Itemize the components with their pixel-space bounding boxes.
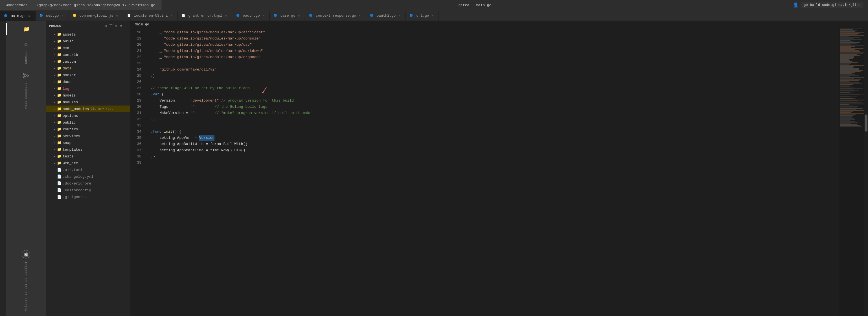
activity-item-pull-requests[interactable]: Pull Requests: [6, 67, 46, 110]
folder-arrow-data: ▸: [53, 66, 57, 70]
sidebar-item-tests[interactable]: ▸📁tests: [46, 153, 130, 160]
sidebar-item-contrib[interactable]: ▸📁contrib: [46, 51, 130, 58]
tab-close-locale_en-US.ini[interactable]: ✕: [169, 14, 174, 18]
title-right: 👤 go build code.gitea.io/gitea: [788, 2, 868, 8]
tab-label-web.go: web.go: [46, 14, 59, 18]
sidebar-item-custom[interactable]: ▸📁custom: [46, 58, 130, 65]
folder-label-routers: routers: [63, 127, 78, 131]
folder-icon-web_src: 📁: [57, 161, 62, 165]
sidebar-item-editorconfig[interactable]: 📄.editorconfig: [46, 187, 130, 194]
settings-icon[interactable]: ⚙: [120, 24, 122, 29]
arrow-annotation: [258, 86, 269, 97]
activity-item-commit[interactable]: Commit: [6, 36, 46, 66]
tab-base.go[interactable]: 🔵base.go✕: [270, 11, 305, 21]
tab-close-oauth.go[interactable]: ✕: [261, 14, 266, 18]
fold-arrow-28[interactable]: ⌄: [151, 91, 152, 98]
code-line-18: _ "code.gitea.io/gitea/modules/markup/as…: [151, 29, 839, 36]
user-icon[interactable]: 👤: [793, 2, 799, 8]
sidebar-item-public[interactable]: ▸📁public: [46, 119, 130, 126]
collapse-all-icon[interactable]: ☰: [109, 24, 113, 29]
editor-scrollbar[interactable]: [864, 28, 868, 316]
code-content[interactable]: _ "code.gitea.io/gitea/modules/markup/as…: [145, 28, 839, 316]
line-number-36: 36: [130, 141, 142, 147]
tab-close-common-global.js[interactable]: ✕: [115, 14, 119, 18]
sidebar-item-log[interactable]: ▸📁log: [46, 85, 130, 92]
line-number-35: 35: [130, 135, 142, 141]
code-token: func: [153, 129, 161, 135]
code-token: [151, 67, 159, 73]
sidebar-item-air.toml[interactable]: 📄.air.toml: [46, 166, 130, 173]
sidebar-item-docker[interactable]: ▸📁docker: [46, 72, 130, 78]
tab-main.go[interactable]: 🔵main.go✕: [0, 11, 36, 21]
code-line-33: [151, 122, 839, 129]
folder-icon-contrib: 📁: [57, 53, 62, 57]
folder-icon-modules: 📁: [57, 100, 62, 104]
tab-icon-common-global.js: 🟡: [73, 14, 77, 18]
sidebar-item-services[interactable]: ▸📁services: [46, 133, 130, 139]
sidebar-item-cmd[interactable]: ▸📁cmd: [46, 44, 130, 51]
code-line-28: ⌄var (: [151, 91, 839, 98]
tab-locale_en-US.ini[interactable]: 📄locale_en-US.ini✕: [123, 11, 178, 21]
tab-close-main.go[interactable]: ✕: [27, 14, 31, 18]
sidebar-item-snap[interactable]: ▸📁snap: [46, 139, 130, 146]
tab-common-global.js[interactable]: 🟡common-global.js✕: [69, 11, 123, 21]
tab-close-context_response.go[interactable]: ✕: [358, 14, 362, 18]
sidebar-item-gitignore[interactable]: 📄.gitignore...: [46, 194, 130, 200]
code-token: ): [153, 116, 155, 122]
folder-label-public: public: [63, 121, 76, 125]
tab-close-oauth2.go[interactable]: ✕: [397, 14, 401, 18]
line-number-32: 32: [130, 116, 142, 122]
tab-url.go[interactable]: 🔵url.go✕: [405, 11, 439, 21]
fold-arrow-38[interactable]: ⌄: [151, 154, 152, 160]
tab-oauth.go[interactable]: 🔵oauth.go✕: [232, 11, 270, 21]
sidebar-item-data[interactable]: ▸📁data: [46, 65, 130, 72]
activity-bar: 📁 Commit Pull R: [6, 21, 46, 316]
close-sidebar-icon[interactable]: —: [124, 24, 127, 29]
code-token: _: [151, 42, 164, 48]
sidebar-item-models[interactable]: ▸📁models: [46, 92, 130, 99]
sidebar-item-node_modules[interactable]: ▸📁node_moduleslibrary root: [46, 105, 130, 112]
svg-point-6: [27, 75, 29, 76]
file-icon-dockerignore: 📄: [57, 181, 62, 186]
fold-arrow-25[interactable]: ⌄: [151, 73, 152, 79]
fold-arrow-32[interactable]: ⌄: [151, 116, 152, 122]
tab-context_response.go[interactable]: 🔵context_response.go✕: [305, 11, 366, 21]
tab-icon-locale_en-US.ini: 📄: [127, 14, 131, 18]
tab-close-grant_error.tmpl[interactable]: ✕: [224, 14, 228, 18]
tab-close-base.go[interactable]: ✕: [297, 14, 301, 18]
tab-icon-main.go: 🔵: [4, 14, 8, 18]
explorer-icon: 📁: [24, 26, 30, 32]
sidebar-item-modules[interactable]: ▸📁modules: [46, 99, 130, 105]
folder-label-docs: docs: [63, 80, 71, 84]
tab-close-web.go[interactable]: ✕: [61, 14, 65, 18]
sidebar-item-options[interactable]: ▸📁options: [46, 112, 130, 119]
sort-icon[interactable]: ⇅: [115, 24, 117, 29]
folder-icon-public: 📁: [57, 120, 62, 125]
sidebar-item-web_src[interactable]: ▸📁web_src: [46, 160, 130, 166]
sidebar-item-routers[interactable]: ▸📁routers: [46, 126, 130, 133]
tab-web.go[interactable]: 🔵web.go✕: [36, 11, 69, 21]
sidebar-item-docs[interactable]: ▸📁docs: [46, 78, 130, 85]
sidebar-item-build[interactable]: ▸📁build: [46, 38, 130, 44]
left-title-tab[interactable]: woodpecker – ~/go/pkg/mod/code.gitea.io/…: [0, 0, 161, 10]
fold-arrow-34[interactable]: ⌄: [151, 129, 152, 135]
sidebar-item-templates[interactable]: ▸📁templates: [46, 146, 130, 153]
activity-item-explorer[interactable]: 📁: [6, 23, 46, 35]
folder-sublabel-node_modules: library root: [91, 107, 113, 110]
folder-arrow-public: ▸: [53, 120, 57, 125]
folder-icon-cmd: 📁: [57, 46, 62, 50]
copilot-section[interactable]: 🤖 Welcome to GitHub Copilot: [22, 250, 30, 312]
pull-requests-label: Pull Requests: [24, 83, 28, 108]
tab-close-url.go[interactable]: ✕: [431, 14, 435, 18]
sidebar-item-assets[interactable]: ▸📁assets: [46, 31, 130, 38]
sidebar-item-dockerignore[interactable]: 📄.dockerignore: [46, 180, 130, 187]
code-token: _: [151, 48, 164, 54]
code-token: (: [159, 91, 164, 98]
build-button[interactable]: go build code.gitea.io/gitea: [801, 2, 864, 8]
folder-icon-docs: 📁: [57, 80, 62, 84]
tab-grant_error.tmpl[interactable]: 📄grant_error.tmpl✕: [178, 11, 232, 21]
folder-arrow-build: ▸: [53, 39, 57, 43]
tab-oauth2.go[interactable]: 🔵oauth2.go✕: [366, 11, 406, 21]
sidebar-item-changelog.yml[interactable]: 📄.changelog.yml: [46, 173, 130, 180]
new-file-icon[interactable]: ⊕: [104, 24, 107, 29]
